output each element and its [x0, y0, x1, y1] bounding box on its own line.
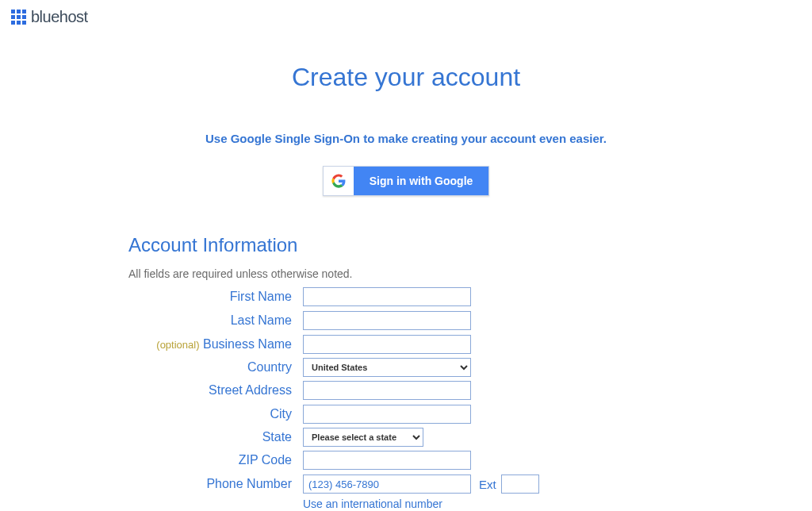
last-name-input[interactable] — [303, 311, 471, 330]
optional-tag: (optional) — [156, 339, 199, 351]
city-label: City — [128, 407, 303, 421]
page-title: Create your account — [128, 63, 684, 92]
city-input[interactable] — [303, 405, 471, 424]
business-name-input[interactable] — [303, 335, 471, 354]
zip-input[interactable] — [303, 451, 471, 470]
ext-label: Ext — [479, 478, 496, 491]
state-label: State — [128, 430, 303, 444]
sso-instruction: Use Google Single Sign-On to make creati… — [128, 132, 684, 145]
street-label: Street Address — [128, 383, 303, 398]
logo-bar: bluehost — [0, 0, 812, 34]
country-label: Country — [128, 360, 303, 375]
business-name-text: Business Name — [203, 337, 292, 351]
brand-name: bluehost — [31, 8, 88, 26]
section-title: Account Information — [128, 234, 684, 256]
logo-icon — [11, 10, 26, 25]
state-select[interactable]: Please select a state — [303, 428, 423, 447]
section-subtitle: All fields are required unless otherwise… — [128, 267, 684, 280]
google-icon — [324, 167, 354, 195]
last-name-label: Last Name — [128, 313, 303, 328]
street-input[interactable] — [303, 381, 471, 400]
ext-input[interactable] — [501, 474, 539, 494]
country-select[interactable]: United States — [303, 358, 471, 377]
first-name-label: First Name — [128, 290, 303, 304]
business-name-label: (optional) Business Name — [128, 337, 303, 352]
google-signin-label: Sign in with Google — [354, 167, 489, 195]
first-name-input[interactable] — [303, 287, 471, 306]
phone-input[interactable] — [303, 474, 471, 494]
phone-label: Phone Number — [128, 477, 303, 491]
zip-label: ZIP Code — [128, 453, 303, 467]
intl-number-link[interactable]: Use an international number — [303, 498, 684, 510]
google-signin-button[interactable]: Sign in with Google — [323, 166, 490, 196]
account-form: First Name Last Name (optional) Business… — [128, 286, 684, 511]
